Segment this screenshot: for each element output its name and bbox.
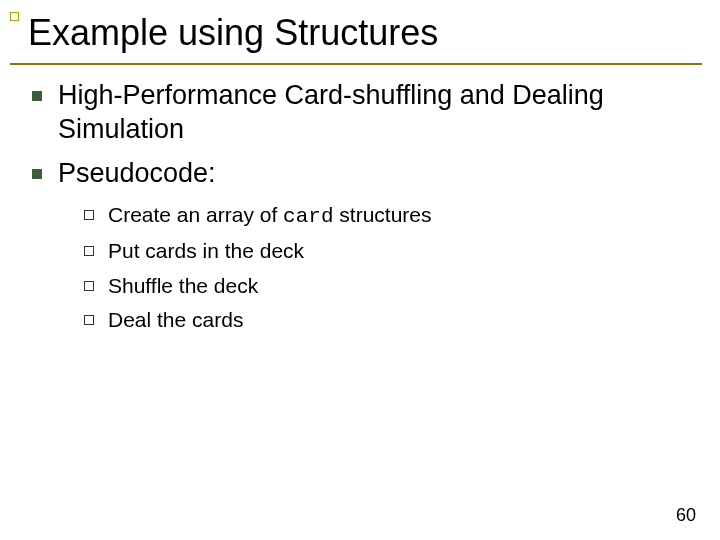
list-item: High-Performance Card-shuffling and Deal… [30, 79, 692, 147]
title-block: Example using Structures [10, 12, 702, 59]
list-item-text: High-Performance Card-shuffling and Deal… [58, 80, 604, 144]
page-number: 60 [676, 505, 696, 526]
bullet-list-level-2: Create an array of card structures Put c… [82, 199, 692, 337]
slide-body: High-Performance Card-shuffling and Deal… [10, 65, 702, 336]
list-item-text: Deal the cards [108, 308, 243, 331]
bullet-list-level-1: High-Performance Card-shuffling and Deal… [30, 79, 692, 336]
list-item-text: Create an array of [108, 203, 283, 226]
code-text: card [283, 205, 333, 228]
list-item-text: structures [334, 203, 432, 226]
title-accent-square [10, 12, 19, 21]
list-item-text: Pseudocode: [58, 158, 216, 188]
list-item: Put cards in the deck [82, 235, 692, 268]
list-item: Create an array of card structures [82, 199, 692, 234]
list-item: Deal the cards [82, 304, 692, 337]
list-item: Pseudocode: Create an array of card stru… [30, 157, 692, 337]
list-item: Shuffle the deck [82, 270, 692, 303]
slide-title: Example using Structures [24, 12, 702, 53]
list-item-text: Put cards in the deck [108, 239, 304, 262]
slide: Example using Structures High-Performanc… [0, 0, 720, 540]
list-item-text: Shuffle the deck [108, 274, 258, 297]
